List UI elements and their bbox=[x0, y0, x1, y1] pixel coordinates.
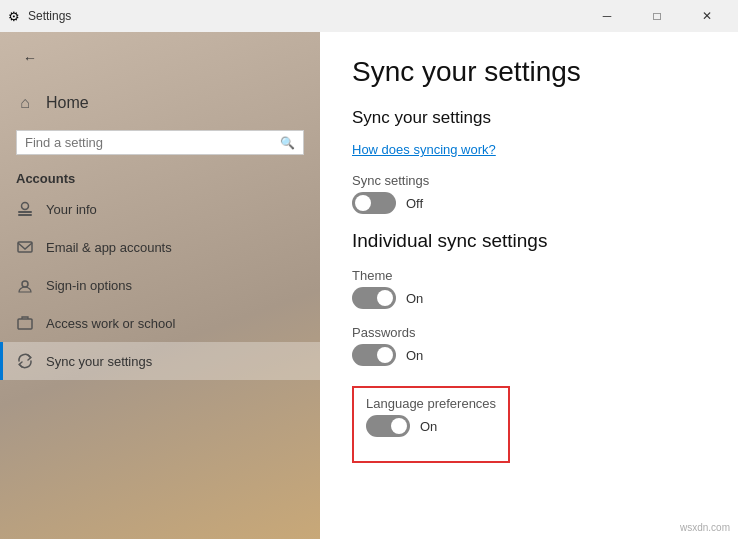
search-box: 🔍 bbox=[16, 130, 304, 155]
search-icon: 🔍 bbox=[280, 136, 295, 150]
sidebar-item-sign-in[interactable]: Sign-in options bbox=[0, 266, 320, 304]
email-icon bbox=[16, 238, 34, 256]
your-info-icon bbox=[16, 200, 34, 218]
svg-point-4 bbox=[22, 281, 28, 287]
app-container: ← ⌂ Home 🔍 Accounts Your info bbox=[0, 32, 738, 539]
theme-status: On bbox=[406, 291, 423, 306]
access-work-icon bbox=[16, 314, 34, 332]
settings-icon: ⚙ bbox=[8, 9, 20, 24]
theme-toggle-row: On bbox=[352, 287, 706, 309]
toggle-knob bbox=[377, 347, 393, 363]
watermark: wsxdn.com bbox=[680, 522, 730, 533]
sync-section: Sync your settings How does syncing work… bbox=[352, 108, 706, 214]
minimize-button[interactable]: ─ bbox=[584, 0, 630, 32]
maximize-button[interactable]: □ bbox=[634, 0, 680, 32]
passwords-label: Passwords bbox=[352, 325, 706, 340]
search-input[interactable] bbox=[25, 135, 274, 150]
sync-settings-row: Sync settings Off bbox=[352, 173, 706, 214]
sidebar-section-label: Accounts bbox=[0, 163, 320, 190]
sidebar-item-sync-settings[interactable]: Sync your settings bbox=[0, 342, 320, 380]
sync-settings-label: Sync settings bbox=[352, 173, 706, 188]
svg-point-1 bbox=[22, 203, 29, 210]
email-app-label: Email & app accounts bbox=[46, 240, 172, 255]
sidebar-home-item[interactable]: ⌂ Home bbox=[0, 84, 320, 122]
home-label: Home bbox=[46, 94, 89, 112]
language-prefs-label: Language preferences bbox=[366, 396, 496, 411]
language-prefs-status: On bbox=[420, 419, 437, 434]
svg-rect-2 bbox=[18, 214, 32, 216]
language-prefs-toggle-row: On bbox=[366, 415, 496, 437]
home-icon: ⌂ bbox=[16, 94, 34, 112]
theme-toggle[interactable] bbox=[352, 287, 396, 309]
sidebar-nav-top: ← bbox=[0, 32, 320, 84]
passwords-status: On bbox=[406, 348, 423, 363]
language-prefs-toggle[interactable] bbox=[366, 415, 410, 437]
toggle-knob bbox=[355, 195, 371, 211]
how-syncing-link[interactable]: How does syncing work? bbox=[352, 142, 496, 157]
language-prefs-row: Language preferences On bbox=[366, 396, 496, 437]
sidebar-item-email-app[interactable]: Email & app accounts bbox=[0, 228, 320, 266]
sync-settings-status: Off bbox=[406, 196, 423, 211]
sidebar: ← ⌂ Home 🔍 Accounts Your info bbox=[0, 32, 320, 539]
passwords-toggle[interactable] bbox=[352, 344, 396, 366]
title-bar-controls: ─ □ ✕ bbox=[584, 0, 730, 32]
sign-in-label: Sign-in options bbox=[46, 278, 132, 293]
sign-in-icon bbox=[16, 276, 34, 294]
sync-toggle-row: Off bbox=[352, 192, 706, 214]
svg-rect-0 bbox=[18, 211, 32, 213]
title-bar-left: ⚙ Settings bbox=[8, 9, 71, 24]
passwords-row: Passwords On bbox=[352, 325, 706, 366]
sync-icon bbox=[16, 352, 34, 370]
svg-rect-5 bbox=[18, 319, 32, 329]
page-title: Sync your settings bbox=[352, 56, 706, 88]
language-prefs-highlight: Language preferences On bbox=[352, 386, 510, 463]
title-bar-title: Settings bbox=[28, 9, 71, 23]
sync-settings-label: Sync your settings bbox=[46, 354, 152, 369]
access-work-label: Access work or school bbox=[46, 316, 175, 331]
sidebar-item-your-info[interactable]: Your info bbox=[0, 190, 320, 228]
svg-rect-3 bbox=[18, 242, 32, 252]
toggle-knob bbox=[377, 290, 393, 306]
close-button[interactable]: ✕ bbox=[684, 0, 730, 32]
sync-settings-toggle[interactable] bbox=[352, 192, 396, 214]
back-button[interactable]: ← bbox=[16, 44, 44, 72]
theme-label: Theme bbox=[352, 268, 706, 283]
theme-row: Theme On bbox=[352, 268, 706, 309]
title-bar: ⚙ Settings ─ □ ✕ bbox=[0, 0, 738, 32]
individual-section-title: Individual sync settings bbox=[352, 230, 706, 252]
main-panel: Sync your settings Sync your settings Ho… bbox=[320, 32, 738, 539]
sync-section-title: Sync your settings bbox=[352, 108, 706, 128]
toggle-knob bbox=[391, 418, 407, 434]
back-icon: ← bbox=[23, 50, 37, 66]
your-info-label: Your info bbox=[46, 202, 97, 217]
individual-section: Individual sync settings Theme On Passwo… bbox=[352, 230, 706, 463]
passwords-toggle-row: On bbox=[352, 344, 706, 366]
sidebar-item-access-work[interactable]: Access work or school bbox=[0, 304, 320, 342]
